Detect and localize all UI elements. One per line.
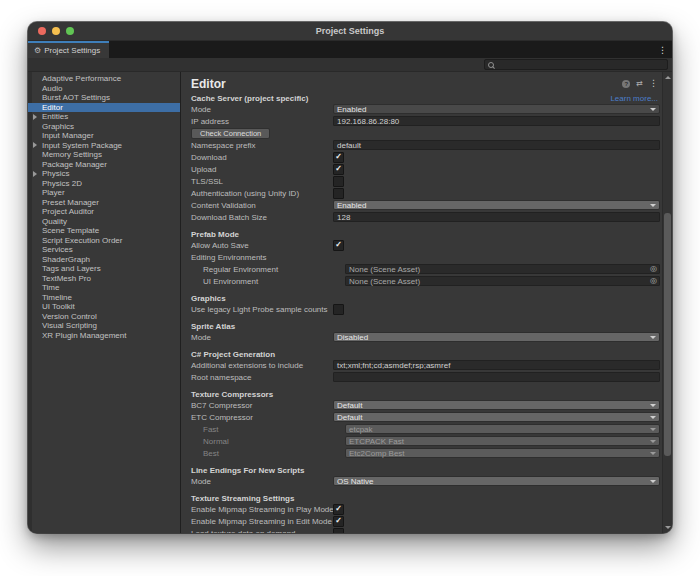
sidebar-item-quality[interactable]: Quality bbox=[28, 217, 180, 227]
tab-menu-kebab-icon[interactable]: ⋮ bbox=[658, 41, 667, 58]
expand-arrow-icon[interactable] bbox=[33, 142, 37, 148]
panel-header-icons: ? ⇄ ⋮ bbox=[622, 79, 658, 88]
sidebar-item-label: Input System Package bbox=[42, 141, 122, 150]
sidebar-item-graphics[interactable]: Graphics bbox=[28, 122, 180, 132]
regular-environment-object-field[interactable]: None (Scene Asset)◎ bbox=[345, 264, 660, 274]
scrollbar-up-arrow-icon[interactable] bbox=[665, 76, 671, 79]
sidebar-item-physics-2d[interactable]: Physics 2D bbox=[28, 179, 180, 189]
settings-row-load-texture-data-on-demand: Load texture data on demand bbox=[181, 527, 672, 533]
sidebar-item-script-execution-order[interactable]: Script Execution Order bbox=[28, 236, 180, 246]
panel-kebab-icon[interactable]: ⋮ bbox=[649, 79, 658, 88]
sidebar-item-memory-settings[interactable]: Memory Settings bbox=[28, 150, 180, 160]
scrollbar-thumb[interactable] bbox=[664, 213, 671, 456]
namespace-prefix-input[interactable]: default bbox=[333, 140, 660, 150]
sidebar-item-player[interactable]: Player bbox=[28, 188, 180, 198]
tls-ssl-checkbox[interactable] bbox=[333, 176, 344, 187]
settings-row-mode: ModeOS Native bbox=[181, 475, 672, 487]
setting-label: Regular Environment bbox=[181, 265, 345, 274]
sidebar-item-visual-scripting[interactable]: Visual Scripting bbox=[28, 321, 180, 331]
window-titlebar[interactable]: Project Settings bbox=[28, 22, 672, 41]
editor-settings-panel: Editor ? ⇄ ⋮ Cache Server (project speci… bbox=[181, 72, 672, 533]
use-legacy-light-probe-sample-counts-checkbox[interactable] bbox=[333, 304, 344, 315]
additional-extensions-to-include-input[interactable]: txt;xml;fnt;cd;asmdef;rsp;asmref bbox=[333, 360, 660, 370]
download-checkbox[interactable]: ✓ bbox=[333, 152, 344, 163]
expand-arrow-icon[interactable] bbox=[33, 171, 37, 177]
close-window-button[interactable] bbox=[38, 27, 46, 35]
tab-bar: ⚙ Project Settings ⋮ bbox=[28, 41, 672, 58]
chevron-down-icon bbox=[650, 404, 656, 407]
sidebar-item-entities[interactable]: Entities bbox=[28, 112, 180, 122]
sidebar-item-label: Adaptive Performance bbox=[42, 74, 121, 83]
etc-compressor-dropdown[interactable]: Default bbox=[333, 412, 660, 422]
settings-row-allow-auto-save: Allow Auto Save✓ bbox=[181, 239, 672, 251]
sidebar-item-label: Time bbox=[42, 283, 59, 292]
setting-label: Fast bbox=[181, 425, 345, 434]
zoom-window-button[interactable] bbox=[66, 27, 74, 35]
bc7-compressor-dropdown[interactable]: Default bbox=[333, 400, 660, 410]
ip-address-input[interactable]: 192.168.86.28:80 bbox=[333, 116, 660, 126]
sidebar-item-time[interactable]: Time bbox=[28, 283, 180, 293]
sidebar-item-xr-plugin-management[interactable]: XR Plugin Management bbox=[28, 331, 180, 341]
upload-checkbox[interactable]: ✓ bbox=[333, 164, 344, 175]
mode-dropdown[interactable]: Disabled bbox=[333, 332, 660, 342]
sidebar-item-physics[interactable]: Physics bbox=[28, 169, 180, 179]
sidebar-item-burst-aot-settings[interactable]: Burst AOT Settings bbox=[28, 93, 180, 103]
dropdown-value: OS Native bbox=[337, 477, 647, 486]
allow-auto-save-checkbox[interactable]: ✓ bbox=[333, 240, 344, 251]
setting-control bbox=[333, 188, 660, 199]
minimize-window-button[interactable] bbox=[52, 27, 60, 35]
setting-control: Enabled bbox=[333, 104, 660, 114]
sidebar-item-services[interactable]: Services bbox=[28, 245, 180, 255]
setting-label: Download bbox=[181, 153, 333, 162]
sidebar-item-label: Physics 2D bbox=[42, 179, 82, 188]
sidebar-item-textmesh-pro[interactable]: TextMesh Pro bbox=[28, 274, 180, 284]
search-box[interactable] bbox=[484, 59, 668, 70]
panel-title-row: Editor ? ⇄ ⋮ bbox=[181, 76, 672, 91]
sidebar-item-adaptive-performance[interactable]: Adaptive Performance bbox=[28, 74, 180, 84]
setting-label: IP address bbox=[181, 117, 333, 126]
dropdown-value: Default bbox=[337, 413, 647, 422]
sidebar-item-timeline[interactable]: Timeline bbox=[28, 293, 180, 303]
settings-row-use-legacy-light-probe-sample-counts: Use legacy Light Probe sample counts bbox=[181, 303, 672, 315]
section-title: C# Project Generation bbox=[191, 350, 275, 359]
tab-project-settings[interactable]: ⚙ Project Settings bbox=[28, 41, 109, 58]
expand-arrow-icon[interactable] bbox=[33, 114, 37, 120]
sidebar-item-label: Entities bbox=[42, 112, 68, 121]
mode-dropdown[interactable]: OS Native bbox=[333, 476, 660, 486]
search-input[interactable] bbox=[494, 60, 667, 69]
sidebar-item-editor[interactable]: Editor bbox=[28, 103, 180, 113]
check-connection-button[interactable]: Check Connection bbox=[191, 128, 270, 139]
sidebar-item-tags-and-layers[interactable]: Tags and Layers bbox=[28, 264, 180, 274]
enable-mipmap-streaming-in-edit-mode-checkbox[interactable]: ✓ bbox=[333, 516, 344, 527]
sidebar-item-audio[interactable]: Audio bbox=[28, 84, 180, 94]
settings-row-regular-environment: Regular EnvironmentNone (Scene Asset)◎ bbox=[181, 263, 672, 275]
load-texture-data-on-demand-checkbox[interactable] bbox=[333, 528, 344, 534]
sidebar-item-package-manager[interactable]: Package Manager bbox=[28, 160, 180, 170]
download-batch-size-input[interactable]: 128 bbox=[333, 212, 660, 222]
authentication-using-unity-id-checkbox[interactable] bbox=[333, 188, 344, 199]
sidebar-item-ui-toolkit[interactable]: UI Toolkit bbox=[28, 302, 180, 312]
settings-sections: Cache Server (project specific)Learn mor… bbox=[181, 93, 672, 533]
sidebar-item-project-auditor[interactable]: Project Auditor bbox=[28, 207, 180, 217]
scrollbar-down-arrow-icon[interactable] bbox=[665, 526, 671, 529]
help-icon[interactable]: ? bbox=[622, 80, 630, 88]
sidebar-item-scene-template[interactable]: Scene Template bbox=[28, 226, 180, 236]
sidebar-item-version-control[interactable]: Version Control bbox=[28, 312, 180, 322]
root-namespace-input[interactable] bbox=[333, 372, 660, 382]
setting-control bbox=[333, 528, 660, 534]
content-validation-dropdown[interactable]: Enabled bbox=[333, 200, 660, 210]
sidebar-item-input-system-package[interactable]: Input System Package bbox=[28, 141, 180, 151]
sidebar-item-preset-manager[interactable]: Preset Manager bbox=[28, 198, 180, 208]
page-title: Editor bbox=[191, 77, 226, 91]
learn-more-link[interactable]: Learn more... bbox=[610, 94, 658, 103]
setting-control: txt;xml;fnt;cd;asmdef;rsp;asmref bbox=[333, 360, 660, 370]
vertical-scrollbar[interactable] bbox=[662, 72, 672, 533]
mode-dropdown[interactable]: Enabled bbox=[333, 104, 660, 114]
object-picker-icon[interactable]: ◎ bbox=[650, 265, 657, 273]
preset-icon[interactable]: ⇄ bbox=[636, 80, 643, 88]
object-picker-icon[interactable]: ◎ bbox=[650, 277, 657, 285]
ui-environment-object-field[interactable]: None (Scene Asset)◎ bbox=[345, 276, 660, 286]
enable-mipmap-streaming-in-play-mode-checkbox[interactable]: ✓ bbox=[333, 504, 344, 515]
sidebar-item-shadergraph[interactable]: ShaderGraph bbox=[28, 255, 180, 265]
sidebar-item-input-manager[interactable]: Input Manager bbox=[28, 131, 180, 141]
